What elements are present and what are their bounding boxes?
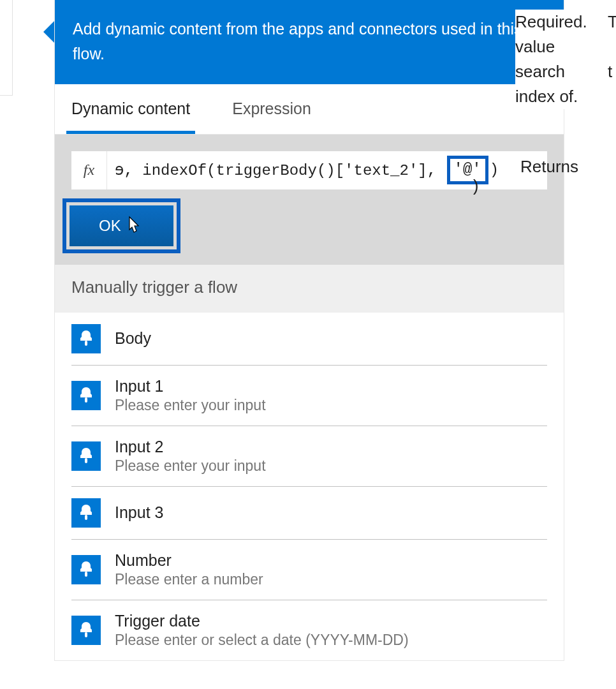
tooltip-line: t [608,59,612,84]
trigger-icon [71,616,101,645]
list-item-title: Input 1 [115,377,266,396]
tooltip-line: T [608,10,616,34]
tab-expression[interactable]: Expression [227,84,316,134]
list-item[interactable]: Body [71,313,547,366]
trigger-icon [71,555,101,584]
cursor-pointer-icon [124,214,144,237]
tab-strip: Dynamic content Expression [55,84,564,135]
expression-text-left: ɘ, indexOf(triggerBody()['text_2'], [115,161,446,179]
list-item-title: Trigger date [115,612,409,630]
tab-dynamic-label: Dynamic content [71,100,190,117]
svg-rect-2 [85,458,87,463]
expression-text-right: ) [490,161,499,179]
trigger-section-title: Manually trigger a flow [71,278,237,297]
trigger-section-header: Manually trigger a flow [55,265,564,313]
expression-overflow-paren: ) [471,175,480,200]
background-card-fragment [0,0,13,96]
list-item-desc: Please enter a number [115,571,263,588]
tooltip-line: search [515,62,565,81]
list-item[interactable]: Trigger date Please enter or select a da… [71,600,547,660]
list-item-text: Body [115,329,151,348]
list-item-text: Input 2 Please enter your input [115,438,266,475]
tooltip-line: Required. [515,12,587,31]
list-item[interactable]: Input 2 Please enter your input [71,426,547,487]
banner-text: Add dynamic content from the apps and co… [73,20,522,63]
trigger-icon [71,324,101,353]
dynamic-content-panel: Add dynamic content from the apps and co… [54,0,564,661]
fx-icon: fx [71,151,107,189]
list-item-desc: Please enter your input [115,457,266,475]
expression-highlight-at: '@' [447,156,488,184]
svg-rect-3 [85,515,87,520]
trigger-icon [71,498,101,528]
tooltip-returns: Returns [520,154,578,174]
expression-input[interactable]: ɘ, indexOf(triggerBody()['text_2'], '@') [107,151,547,189]
tab-dynamic-content[interactable]: Dynamic content [66,84,195,134]
list-item-text: Input 1 Please enter your input [115,377,266,414]
list-item-title: Input 3 [115,503,163,522]
parameter-tooltip: Required. T value searcht index of. Retu… [515,10,616,109]
svg-rect-4 [85,572,87,577]
ok-button-label: OK [99,217,121,235]
expression-editor-area: fx ɘ, indexOf(triggerBody()['text_2'], '… [55,135,564,265]
trigger-icon [71,381,101,410]
list-item-desc: Please enter or select a date (YYYY-MM-D… [115,632,409,649]
list-item[interactable]: Input 3 [71,487,547,540]
svg-rect-1 [85,397,87,403]
list-item[interactable]: Input 1 Please enter your input [71,366,547,426]
list-item[interactable]: Number Please enter a number [71,540,547,600]
tooltip-line: value [515,37,555,56]
tooltip-line: index of. [515,87,578,106]
list-item-title: Number [115,551,263,570]
list-item-text: Input 3 [115,503,163,522]
svg-rect-0 [85,341,87,346]
list-item-text: Trigger date Please enter or select a da… [115,612,409,649]
list-item-desc: Please enter your input [115,397,266,414]
list-item-title: Input 2 [115,438,266,456]
dynamic-content-list: Body Input 1 Please enter your input Inp… [55,313,564,660]
list-item-text: Number Please enter a number [115,551,263,588]
trigger-icon [71,441,101,471]
panel-banner: Add dynamic content from the apps and co… [55,0,564,84]
ok-button[interactable]: OK [70,205,173,246]
ok-button-highlight: OK [62,198,180,253]
tab-expression-label: Expression [232,100,311,117]
svg-rect-5 [85,632,87,637]
list-item-title: Body [115,329,151,348]
